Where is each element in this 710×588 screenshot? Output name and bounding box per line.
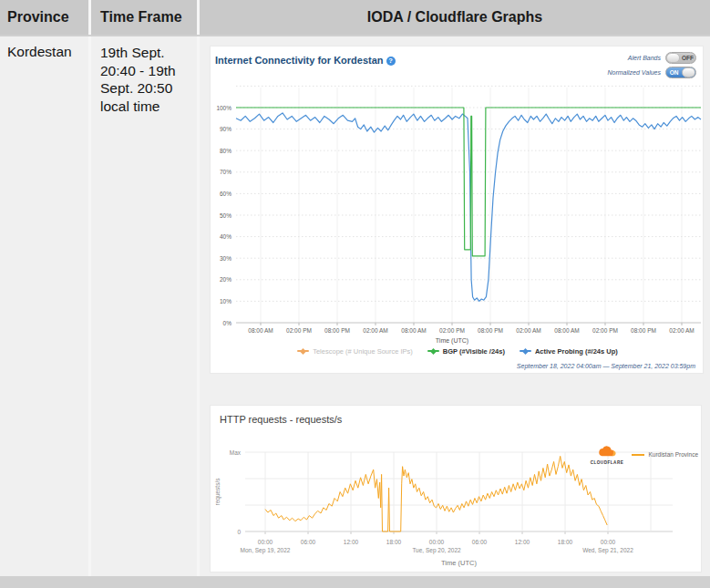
ioda-legend: Telescope (# Unique Source IPs)BGP (#Vis… [211, 347, 705, 356]
ioda-y-tick-label: 0% [223, 320, 232, 326]
legend-marker-icon [430, 347, 437, 354]
ioda-x-tick-label: 08:00 PM [478, 327, 503, 334]
ioda-x-tick-label: 08:00 AM [554, 327, 579, 334]
normalized-values-label: Normalized Values [608, 69, 662, 76]
cf-x-tick-label: 18:00 [386, 539, 402, 545]
cf-x-axis-title: Time (UTC) [441, 559, 477, 567]
series-line [236, 113, 701, 302]
ioda-x-tick-label: 02:00 AM [669, 327, 694, 334]
ioda-title-text: Internet Connectivity for Kordestan [215, 55, 384, 66]
cf-x-tick-label: 12:00 [515, 539, 530, 545]
cf-y-zero-label: 0 [237, 529, 241, 535]
legend-line-swatch [520, 350, 531, 352]
toggle-state-label: OFF [680, 55, 695, 61]
column-divider [197, 36, 200, 576]
cf-chart-title: HTTP requests - requests/s [220, 414, 342, 425]
cf-y-axis-title: requests/s [214, 478, 221, 506]
ioda-y-tick-label: 10% [220, 298, 232, 304]
ioda-y-tick-label: 70% [220, 169, 232, 175]
ioda-card: Internet Connectivity for Kordestan? Ale… [210, 46, 704, 374]
ioda-toggles: Alert Bands OFF Normalized Values ON [608, 51, 697, 80]
legend-item-label: Active Probing (#/24s Up) [535, 347, 618, 356]
cf-x-tick-label: 00:00 [601, 539, 616, 545]
cloudflare-logo: CLOUDFLARE [578, 446, 636, 466]
ioda-y-tick-label: 60% [220, 191, 232, 197]
ioda-legend-item[interactable]: Telescope (# Unique Source IPs) [297, 347, 413, 356]
cloudflare-cloud-icon [595, 446, 619, 458]
ioda-y-tick-label: 100% [216, 105, 232, 111]
cloudflare-card: HTTP requests - requests/s Max0requests/… [210, 405, 702, 573]
cf-x-date-label: Mon, Sep 19, 2022 [241, 547, 291, 554]
cf-x-tick-label: 06:00 [301, 539, 316, 545]
ioda-x-tick-label: 02:00 PM [286, 327, 312, 334]
page: Province Time Frame IODA / Cloudflare Gr… [0, 0, 710, 588]
cf-x-date-label: Wed, Sep 21, 2022 [582, 547, 633, 554]
ioda-y-tick-label: 30% [220, 255, 232, 262]
ioda-y-tick-label: 20% [220, 276, 232, 283]
ioda-x-tick-label: 08:00 PM [324, 327, 350, 334]
ioda-x-tick-label: 02:00 PM [592, 327, 618, 334]
cf-x-tick-label: 00:00 [429, 539, 445, 545]
column-header-graphs: IODA / Cloudflare Graphs [200, 0, 710, 35]
legend-line-swatch [632, 454, 644, 456]
legend-item-label: Telescope (# Unique Source IPs) [313, 347, 413, 356]
cell-province: Kordestan [7, 44, 85, 60]
cf-y-max-label: Max [230, 449, 242, 456]
cell-timeframe: 19th Sept. 20:40 - 19th Sept. 20:50 loca… [100, 44, 195, 115]
ioda-chart-title: Internet Connectivity for Kordestan? [215, 55, 396, 66]
ioda-x-axis-title: Time (UTC) [436, 337, 468, 345]
ioda-y-tick-label: 40% [220, 233, 232, 240]
toggle-knob [666, 53, 680, 63]
cf-legend[interactable]: Kurdistan Province [632, 451, 698, 458]
alert-bands-toggle[interactable]: OFF [665, 52, 696, 64]
cf-x-tick-label: 00:00 [258, 539, 273, 545]
ioda-x-tick-label: 02:00 AM [516, 327, 540, 334]
normalized-values-toggle[interactable]: ON [665, 67, 696, 78]
legend-line-swatch [427, 350, 439, 352]
column-header-province: Province [0, 0, 88, 35]
ioda-x-tick-label: 02:00 PM [439, 327, 465, 334]
ioda-x-tick-label: 02:00 AM [363, 327, 387, 334]
cf-x-tick-label: 18:00 [558, 539, 573, 545]
ioda-legend-item[interactable]: Active Probing (#/24s Up) [520, 347, 618, 356]
ioda-y-tick-label: 50% [220, 212, 232, 219]
ioda-x-tick-label: 08:00 AM [401, 327, 426, 334]
ioda-y-tick-label: 80% [220, 148, 232, 154]
legend-marker-icon [300, 347, 306, 354]
ioda-legend-item[interactable]: BGP (#Visible /24s) [427, 347, 505, 356]
legend-item-label: BGP (#Visible /24s) [443, 347, 505, 356]
alert-bands-label: Alert Bands [628, 55, 661, 61]
help-icon[interactable]: ? [386, 57, 396, 66]
toggle-state-label: ON [666, 69, 682, 76]
toggle-knob [682, 67, 695, 77]
ioda-x-tick-label: 08:00 AM [248, 327, 273, 334]
table-header-row: Province Time Frame IODA / Cloudflare Gr… [0, 0, 710, 35]
column-header-timeframe: Time Frame [91, 0, 197, 35]
ioda-y-tick-label: 90% [220, 126, 232, 132]
ioda-chart-plot[interactable]: 0%10%20%30%40%50%60%70%80%90%100%08:00 A… [211, 79, 705, 346]
cf-x-tick-label: 06:00 [472, 539, 488, 545]
legend-line-swatch [297, 350, 309, 352]
ioda-x-tick-label: 08:00 PM [631, 327, 656, 334]
cf-legend-label: Kurdistan Province [648, 451, 698, 458]
cf-x-tick-label: 12:00 [344, 539, 359, 545]
cloudflare-logo-text: CLOUDFLARE [578, 461, 636, 466]
column-divider [88, 36, 91, 576]
cf-x-date-label: Tue, Sep 20, 2022 [412, 547, 461, 554]
legend-marker-icon [522, 347, 529, 354]
ioda-date-range: September 18, 2022 04:00am — September 2… [517, 363, 695, 369]
